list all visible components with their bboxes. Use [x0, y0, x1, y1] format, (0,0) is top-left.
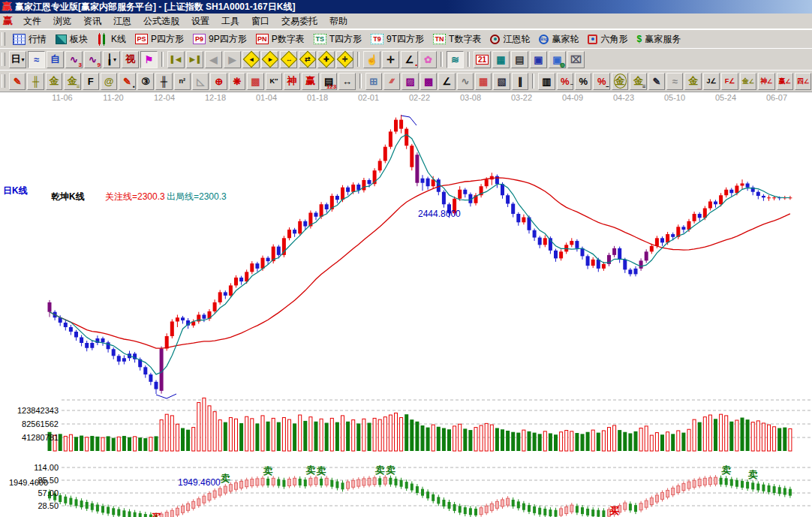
order-pc-button[interactable]: ⌧ — [567, 51, 585, 68]
f-angle-tool[interactable]: F∠ — [721, 73, 738, 90]
brush-button[interactable]: ✿ — [420, 51, 437, 68]
gold-underline-tool[interactable]: 金_ — [684, 73, 701, 90]
menu-item-2[interactable]: 浏览 — [47, 14, 77, 29]
chart-canvas[interactable]: 11-0611-2012-0412-1801-0401-1802-0102-22… — [0, 92, 812, 517]
chart-area[interactable]: 11-0611-2012-0412-1801-0401-1802-0102-22… — [0, 92, 812, 517]
calendar-button[interactable]: 21 — [474, 51, 491, 68]
ruler-tool[interactable]: ▤123 — [320, 73, 337, 90]
boxed-web-tool[interactable]: ▩ — [247, 73, 263, 90]
menu-item-1[interactable]: 文件 — [17, 14, 47, 29]
target-tool[interactable]: ⊕ — [210, 73, 227, 90]
purple-grid-tool[interactable]: ▩ — [420, 73, 437, 90]
winner-service-button[interactable]: $赢家服务 — [632, 32, 685, 47]
shen-angle-tool[interactable]: 神∠ — [758, 73, 774, 90]
calculator-button[interactable]: ▦ — [492, 51, 510, 68]
p-square-button[interactable]: PSP四方形 — [131, 32, 188, 47]
kline-period-dropdown[interactable]: 日▾ — [9, 51, 26, 68]
shift-right-diamond-button[interactable]: ▸ — [261, 51, 278, 68]
purple-box-tool[interactable]: ▨ — [401, 73, 418, 90]
sector-button[interactable]: 板块 — [51, 32, 92, 47]
first-page-button[interactable]: ▌◀ — [167, 51, 185, 68]
red-grid-tool[interactable]: ▦ — [475, 73, 492, 90]
volume-bars[interactable] — [48, 398, 792, 451]
energy-bars[interactable] — [48, 475, 792, 517]
gann-wheel-button[interactable]: 江恩轮 — [486, 32, 534, 47]
volume-profile-tool[interactable]: ▥ — [538, 73, 555, 90]
angle-lines-tool[interactable]: ∠ — [438, 73, 455, 90]
span-arrows-tool[interactable]: ↔ — [338, 73, 355, 90]
info-panel-button[interactable]: 自 — [47, 51, 64, 68]
expand-diamond-button[interactable]: ⇄ — [299, 51, 316, 68]
ying-tool[interactable]: 赢 — [302, 73, 318, 90]
pen2-tool[interactable]: ✎ — [648, 73, 665, 90]
candles-layer[interactable] — [48, 115, 792, 394]
shen-tool[interactable]: 神 — [284, 73, 300, 90]
hash-tool[interactable]: ╫ — [155, 73, 172, 90]
save-button[interactable]: ▣ — [530, 51, 547, 68]
prev-page-button[interactable]: ◀ — [205, 51, 222, 68]
kk-tool[interactable]: K″ — [266, 73, 282, 90]
zigzag-tool[interactable]: ∿ — [457, 73, 474, 90]
t-square-button[interactable]: TST四方形 — [309, 32, 366, 47]
percent-tool[interactable]: % — [575, 73, 591, 90]
frame-grid-tool[interactable]: ⊞ — [365, 73, 382, 90]
gann-view-button[interactable]: 视 — [122, 51, 139, 68]
percent-level-tool[interactable]: %− — [593, 73, 609, 90]
t-number-button[interactable]: TNT数字表 — [429, 32, 486, 47]
menu-item-8[interactable]: 窗口 — [245, 14, 275, 29]
percent-line-tool[interactable]: %‾ — [557, 73, 573, 90]
j-angle-tool[interactable]: J∠ — [703, 73, 720, 90]
shift-left-diamond-button[interactable]: ◂ — [242, 51, 260, 68]
ying-angle-tool[interactable]: 赢∠ — [777, 73, 793, 90]
p-number-button[interactable]: PNP数字表 — [251, 32, 309, 47]
n2-tool[interactable]: n² — [174, 73, 191, 90]
wave-window-button[interactable]: ≋ — [447, 51, 464, 68]
next-page-button[interactable]: ▶ — [224, 51, 241, 68]
gold-lines-tool[interactable]: 金≡ — [630, 73, 646, 90]
gold-grid-tool[interactable]: 金 — [46, 73, 62, 90]
angle-flag-tool[interactable]: ◺ — [192, 73, 209, 90]
menu-item-3[interactable]: 资讯 — [77, 14, 107, 29]
winner-wheel-button[interactable]: Big赢家轮 — [534, 32, 583, 47]
zoom-in-diamond-button[interactable]: ✚ — [317, 51, 335, 68]
t9-square-button[interactable]: T99T四方形 — [366, 32, 429, 47]
menu-item-10[interactable]: 帮助 — [323, 14, 353, 29]
save-net-button[interactable]: ▣◍ — [549, 51, 566, 68]
angle-measure-button[interactable]: ∠• — [401, 51, 418, 68]
circle3-tool[interactable]: ③ — [137, 73, 154, 90]
gann-grid-tool[interactable]: ╫ — [27, 73, 44, 90]
menu-item-4[interactable]: 江恩 — [107, 14, 137, 29]
hexagon-button[interactable]: 六角形 — [583, 32, 632, 47]
ma9-chart-button[interactable]: ∿9 — [84, 51, 101, 68]
parallel-lines-tool[interactable]: ∥ — [512, 73, 528, 90]
pen-chart-tool[interactable]: ✎▪ — [119, 73, 135, 90]
menu-item-9[interactable]: 交易委托 — [275, 14, 323, 29]
quote-button[interactable]: 行情 — [8, 32, 51, 47]
gold-circle-tool[interactable]: 金 — [612, 73, 628, 90]
color-flag-button[interactable]: ⚑ — [140, 51, 158, 68]
chart-window-button[interactable]: ≈ — [28, 51, 45, 68]
period-label[interactable]: 日K线 — [3, 185, 28, 197]
menu-item-5[interactable]: 公式选股 — [137, 14, 185, 29]
web-tool[interactable]: ❋ — [229, 73, 245, 90]
menu-item-6[interactable]: 设置 — [185, 14, 215, 29]
wave-tool[interactable]: ≈ — [666, 73, 683, 90]
ma3-chart-button[interactable]: ∿3 — [65, 51, 83, 68]
candle-style-dropdown[interactable]: ╽▾ — [103, 51, 120, 68]
gold-angle-tool[interactable]: 金∠ — [740, 73, 756, 90]
window-titlebar[interactable]: 赢 赢家江恩专业版[赢家内部服务平台] - [上证指数 SH1A0001-167… — [0, 0, 812, 14]
dark-grid-tool[interactable]: ▧ — [493, 73, 510, 90]
compress-diamond-button[interactable]: ↔ — [280, 51, 297, 68]
menu-item-7[interactable]: 工具 — [215, 14, 245, 29]
zoom-all-diamond-button[interactable]: ✛ — [336, 51, 353, 68]
kline-button[interactable]: K线 — [92, 32, 131, 47]
fan-lines-tool[interactable]: ∕∕∕ — [383, 73, 400, 90]
f-grid-tool[interactable]: F — [83, 73, 99, 90]
p9-square-button[interactable]: P99P四方形 — [188, 32, 251, 47]
report-button[interactable]: ▤ — [511, 51, 528, 68]
gold-grid2-tool[interactable]: 金≡ — [64, 73, 80, 90]
last-page-button[interactable]: ▶▐ — [186, 51, 203, 68]
drag-hand-button[interactable]: ☝ — [363, 51, 380, 68]
crosshair-button[interactable]: ✛ — [382, 51, 399, 68]
spiral-tool[interactable]: @ — [101, 73, 117, 90]
